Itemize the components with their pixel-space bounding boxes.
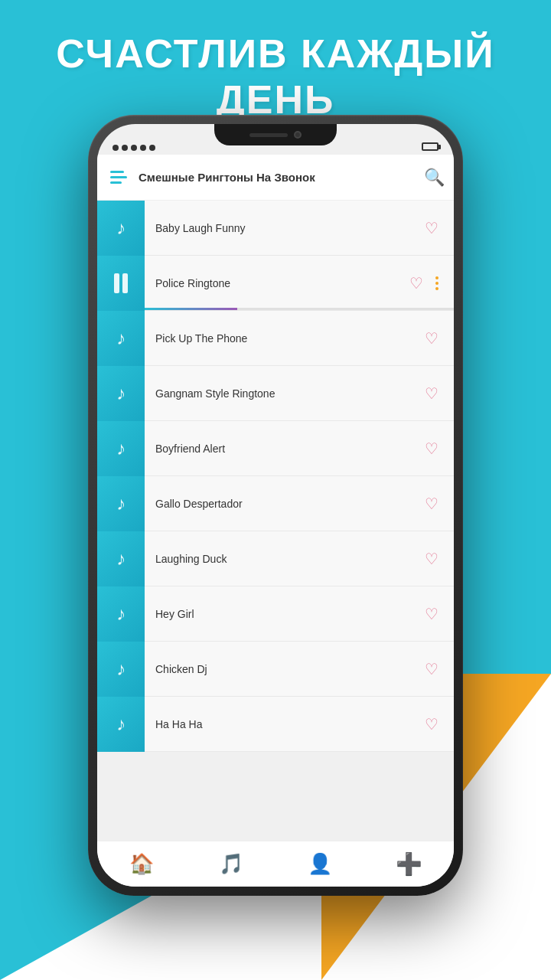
song-icon-box: ♪ <box>97 586 145 642</box>
like-button[interactable]: ♡ <box>419 709 445 740</box>
song-name: Chicken Dj <box>145 663 419 675</box>
song-name: Laughing Duck <box>145 553 419 565</box>
like-button[interactable]: ♡ <box>419 488 445 519</box>
list-item[interactable]: ♪Hey Girl♡ <box>97 586 454 642</box>
list-item[interactable]: ♪Gallo Despertador♡ <box>97 476 454 531</box>
dot-4 <box>140 145 146 151</box>
song-icon-box: ♪ <box>97 311 145 366</box>
like-button[interactable]: ♡ <box>419 544 445 574</box>
music-note-icon: ♪ <box>116 438 126 459</box>
search-button[interactable]: 🔍 <box>424 168 445 188</box>
like-button[interactable]: ♡ <box>419 378 445 409</box>
more-dot <box>435 282 439 285</box>
song-icon-box: ♪ <box>97 476 145 531</box>
like-button[interactable]: ♡ <box>419 599 445 629</box>
song-name: Ha Ha Ha <box>145 718 419 730</box>
phone-mockup: Смешные Рингтоны На Звонок 🔍 ♪Baby Laugh… <box>88 115 463 896</box>
song-name: Baby Laugh Funny <box>145 222 419 234</box>
song-icon-box: ♪ <box>97 421 145 476</box>
song-list: ♪Baby Laugh Funny♡Police Ringtone♡♪Pick … <box>97 201 454 841</box>
like-button[interactable]: ♡ <box>419 654 445 684</box>
nav-home[interactable]: 🏠 <box>97 841 187 887</box>
list-item[interactable]: ♪Chicken Dj♡ <box>97 642 454 697</box>
nav-user[interactable]: 👤 <box>276 841 365 887</box>
like-button[interactable]: ♡ <box>403 268 429 299</box>
pause-bar-2 <box>122 273 128 293</box>
menu-line-3 <box>110 181 122 184</box>
song-icon-box: ♪ <box>97 201 145 256</box>
home-icon: 🏠 <box>129 852 154 876</box>
menu-line-1 <box>110 171 124 173</box>
like-button[interactable]: ♡ <box>419 213 445 243</box>
signal-dots <box>112 145 155 151</box>
song-icon-box: ♪ <box>97 531 145 586</box>
list-item[interactable]: Police Ringtone♡ <box>97 256 454 311</box>
song-name: Boyfriend Alert <box>145 443 419 455</box>
like-button[interactable]: ♡ <box>419 433 445 464</box>
phone-notch <box>214 124 337 145</box>
music-note-icon: ♪ <box>116 658 126 680</box>
music-note-icon: ♪ <box>116 548 126 570</box>
song-name: Pick Up The Phone <box>145 332 419 345</box>
music-note-icon: ♪ <box>116 714 126 735</box>
more-options-button[interactable] <box>429 270 445 296</box>
app-header-bar: Смешные Рингтоны На Звонок 🔍 <box>97 155 454 201</box>
like-button[interactable]: ♡ <box>419 323 445 354</box>
menu-button[interactable] <box>106 167 131 188</box>
dot-1 <box>112 145 119 151</box>
page-header: СЧАСТЛИВ КАЖДЫЙ ДЕНЬ <box>0 31 551 122</box>
menu-line-2 <box>110 176 127 178</box>
notch-speaker <box>249 133 288 137</box>
dot-3 <box>131 145 137 151</box>
progress-fill <box>145 308 237 310</box>
music-note-icon: ♪ <box>116 493 126 514</box>
battery-icon <box>422 142 439 151</box>
more-dot <box>435 276 439 279</box>
list-item[interactable]: ♪Ha Ha Ha♡ <box>97 697 454 752</box>
song-name: Gallo Despertador <box>145 498 419 510</box>
phone-outer-shell: Смешные Рингтоны На Звонок 🔍 ♪Baby Laugh… <box>88 115 463 896</box>
song-icon-box <box>97 256 145 311</box>
music-note-icon: ♪ <box>116 383 126 404</box>
list-item[interactable]: ♪Laughing Duck♡ <box>97 531 454 586</box>
song-icon-box: ♪ <box>97 366 145 421</box>
music-note-icon: ♪ <box>116 328 126 349</box>
music-icon: 🎵 <box>219 852 243 876</box>
notch-camera <box>294 131 302 139</box>
song-icon-box: ♪ <box>97 642 145 697</box>
music-note-icon: ♪ <box>116 217 126 239</box>
bottom-navigation: 🏠 🎵 👤 ➕ <box>97 841 454 887</box>
pause-bar-1 <box>114 273 119 293</box>
nav-add[interactable]: ➕ <box>365 841 455 887</box>
phone-screen: Смешные Рингтоны На Звонок 🔍 ♪Baby Laugh… <box>97 124 454 887</box>
status-right <box>422 142 439 151</box>
song-icon-box: ♪ <box>97 697 145 752</box>
list-item[interactable]: ♪Gangnam Style Ringtone♡ <box>97 366 454 421</box>
song-name: Gangnam Style Ringtone <box>145 387 419 400</box>
pause-icon <box>114 273 128 293</box>
list-item[interactable]: ♪Pick Up The Phone♡ <box>97 311 454 366</box>
user-icon: 👤 <box>308 852 332 876</box>
dot-2 <box>122 145 128 151</box>
app-title: Смешные Рингтоны На Звонок <box>139 171 416 184</box>
song-name: Hey Girl <box>145 608 419 620</box>
list-item[interactable]: ♪Boyfriend Alert♡ <box>97 421 454 476</box>
list-item[interactable]: ♪Baby Laugh Funny♡ <box>97 201 454 256</box>
nav-music[interactable]: 🎵 <box>187 841 276 887</box>
music-note-icon: ♪ <box>116 603 126 625</box>
dot-5 <box>149 145 155 151</box>
more-dot <box>435 287 439 290</box>
song-name: Police Ringtone <box>145 277 403 289</box>
progress-bar-container <box>145 308 454 310</box>
plus-icon: ➕ <box>396 851 422 877</box>
